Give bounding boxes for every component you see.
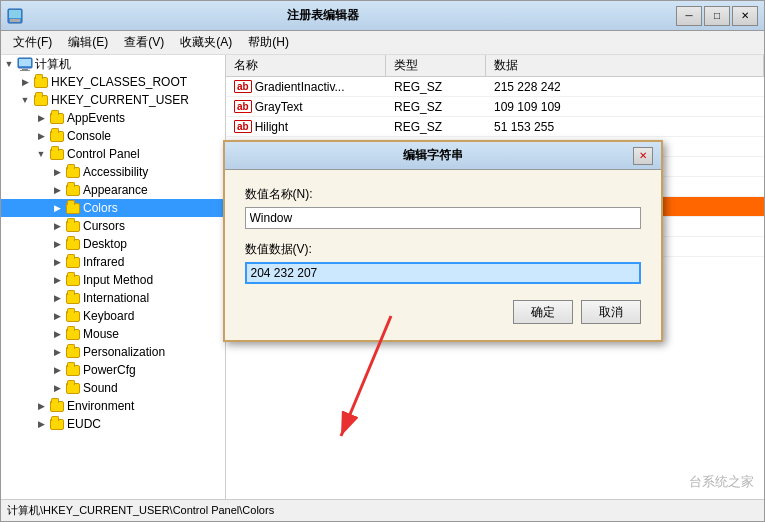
expander-eudc[interactable]: ▶ xyxy=(33,416,49,432)
menu-help[interactable]: 帮助(H) xyxy=(240,32,297,53)
list-item[interactable]: ab Hilight REG_SZ 51 153 255 xyxy=(226,117,764,137)
cell-type-2: REG_SZ xyxy=(386,119,486,135)
app-icon xyxy=(7,8,23,24)
expander-inputmethod[interactable]: ▶ xyxy=(49,272,65,288)
main-window: 注册表编辑器 ─ □ ✕ 文件(F) 编辑(E) 查看(V) 收藏夹(A) 帮助… xyxy=(0,0,765,522)
cell-name-0: ab GradientInactiv... xyxy=(226,79,386,95)
expander-sound[interactable]: ▶ xyxy=(49,380,65,396)
list-item[interactable]: ab GradientInactiv... REG_SZ 215 228 242 xyxy=(226,77,764,97)
tree-node-keyboard-label: Keyboard xyxy=(83,309,134,323)
dialog-name-input[interactable] xyxy=(245,207,641,229)
tree-node-desktop[interactable]: ▶ Desktop xyxy=(1,235,225,253)
tree-node-hkcu[interactable]: ▼ HKEY_CURRENT_USER xyxy=(1,91,225,109)
tree-node-sound[interactable]: ▶ Sound xyxy=(1,379,225,397)
tree-node-hkcu-label: HKEY_CURRENT_USER xyxy=(51,93,189,107)
expander-computer[interactable]: ▼ xyxy=(1,56,17,72)
folder-icon-controlpanel xyxy=(49,146,65,162)
expander-cursors[interactable]: ▶ xyxy=(49,218,65,234)
tree-node-appearance-label: Appearance xyxy=(83,183,148,197)
dialog-ok-button[interactable]: 确定 xyxy=(513,300,573,324)
list-header: 名称 类型 数据 xyxy=(226,55,764,77)
expander-powercfg[interactable]: ▶ xyxy=(49,362,65,378)
folder-icon-keyboard xyxy=(65,308,81,324)
expander-keyboard[interactable]: ▶ xyxy=(49,308,65,324)
menu-bar: 文件(F) 编辑(E) 查看(V) 收藏夹(A) 帮助(H) xyxy=(1,31,764,55)
col-header-data[interactable]: 数据 xyxy=(486,55,764,76)
tree-node-hkcr[interactable]: ▶ HKEY_CLASSES_ROOT xyxy=(1,73,225,91)
cell-type-0: REG_SZ xyxy=(386,79,486,95)
tree-node-personalization[interactable]: ▶ Personalization xyxy=(1,343,225,361)
tree-node-desktop-label: Desktop xyxy=(83,237,127,251)
tree-node-powercfg[interactable]: ▶ PowerCfg xyxy=(1,361,225,379)
tree-node-hkcr-label: HKEY_CLASSES_ROOT xyxy=(51,75,187,89)
dialog-cancel-button[interactable]: 取消 xyxy=(581,300,641,324)
tree-node-environment[interactable]: ▶ Environment xyxy=(1,397,225,415)
folder-icon-hkcu xyxy=(33,92,49,108)
tree-node-infrared-label: Infrared xyxy=(83,255,124,269)
folder-icon-personalization xyxy=(65,344,81,360)
tree-node-appevents[interactable]: ▶ AppEvents xyxy=(1,109,225,127)
tree-node-inputmethod-label: Input Method xyxy=(83,273,153,287)
folder-icon-eudc xyxy=(49,416,65,432)
expander-desktop[interactable]: ▶ xyxy=(49,236,65,252)
expander-hkcr[interactable]: ▶ xyxy=(17,74,33,90)
cell-type-1: REG_SZ xyxy=(386,99,486,115)
tree-node-eudc[interactable]: ▶ EUDC xyxy=(1,415,225,433)
expander-international[interactable]: ▶ xyxy=(49,290,65,306)
dialog-close-button[interactable]: ✕ xyxy=(633,147,653,165)
menu-view[interactable]: 查看(V) xyxy=(116,32,172,53)
tree-node-mouse[interactable]: ▶ Mouse xyxy=(1,325,225,343)
expander-appearance[interactable]: ▶ xyxy=(49,182,65,198)
col-header-name[interactable]: 名称 xyxy=(226,55,386,76)
tree-node-international[interactable]: ▶ International xyxy=(1,289,225,307)
tree-node-controlpanel[interactable]: ▼ Control Panel xyxy=(1,145,225,163)
title-bar-buttons: ─ □ ✕ xyxy=(676,6,758,26)
list-item[interactable]: ab GrayText REG_SZ 109 109 109 xyxy=(226,97,764,117)
tree-node-computer-label: 计算机 xyxy=(35,56,71,73)
col-header-type[interactable]: 类型 xyxy=(386,55,486,76)
tree-node-appearance[interactable]: ▶ Appearance xyxy=(1,181,225,199)
maximize-button[interactable]: □ xyxy=(704,6,730,26)
dialog-data-input[interactable] xyxy=(245,262,641,284)
reg-sz-icon: ab xyxy=(234,120,252,133)
menu-file[interactable]: 文件(F) xyxy=(5,32,60,53)
dialog-title-bar: 编辑字符串 ✕ xyxy=(225,142,661,170)
expander-environment[interactable]: ▶ xyxy=(33,398,49,414)
tree-node-accessibility[interactable]: ▶ Accessibility xyxy=(1,163,225,181)
folder-icon-appearance xyxy=(65,182,81,198)
tree-node-powercfg-label: PowerCfg xyxy=(83,363,136,377)
computer-icon xyxy=(17,56,33,72)
expander-controlpanel[interactable]: ▼ xyxy=(33,146,49,162)
tree-node-infrared[interactable]: ▶ Infrared xyxy=(1,253,225,271)
expander-infrared[interactable]: ▶ xyxy=(49,254,65,270)
dialog-buttons: 确定 取消 xyxy=(245,300,641,324)
close-button[interactable]: ✕ xyxy=(732,6,758,26)
svg-rect-6 xyxy=(20,70,30,71)
menu-edit[interactable]: 编辑(E) xyxy=(60,32,116,53)
expander-mouse[interactable]: ▶ xyxy=(49,326,65,342)
expander-hkcu[interactable]: ▼ xyxy=(17,92,33,108)
expander-accessibility[interactable]: ▶ xyxy=(49,164,65,180)
expander-colors[interactable]: ▶ xyxy=(49,200,65,216)
tree-node-computer[interactable]: ▼ 计算机 xyxy=(1,55,225,73)
tree-node-inputmethod[interactable]: ▶ Input Method xyxy=(1,271,225,289)
tree-node-console[interactable]: ▶ Console xyxy=(1,127,225,145)
folder-icon-cursors xyxy=(65,218,81,234)
folder-icon-appevents xyxy=(49,110,65,126)
expander-console[interactable]: ▶ xyxy=(33,128,49,144)
tree-node-accessibility-label: Accessibility xyxy=(83,165,148,179)
menu-favorites[interactable]: 收藏夹(A) xyxy=(172,32,240,53)
folder-icon-console xyxy=(49,128,65,144)
minimize-button[interactable]: ─ xyxy=(676,6,702,26)
tree-node-keyboard[interactable]: ▶ Keyboard xyxy=(1,307,225,325)
folder-icon-environment xyxy=(49,398,65,414)
svg-rect-4 xyxy=(19,59,31,66)
expander-appevents[interactable]: ▶ xyxy=(33,110,49,126)
folder-icon-inputmethod xyxy=(65,272,81,288)
folder-icon-mouse xyxy=(65,326,81,342)
tree-node-cursors[interactable]: ▶ Cursors xyxy=(1,217,225,235)
expander-personalization[interactable]: ▶ xyxy=(49,344,65,360)
reg-sz-icon: ab xyxy=(234,80,252,93)
status-text: 计算机\HKEY_CURRENT_USER\Control Panel\Colo… xyxy=(7,503,274,518)
tree-node-colors[interactable]: ▶ Colors xyxy=(1,199,225,217)
